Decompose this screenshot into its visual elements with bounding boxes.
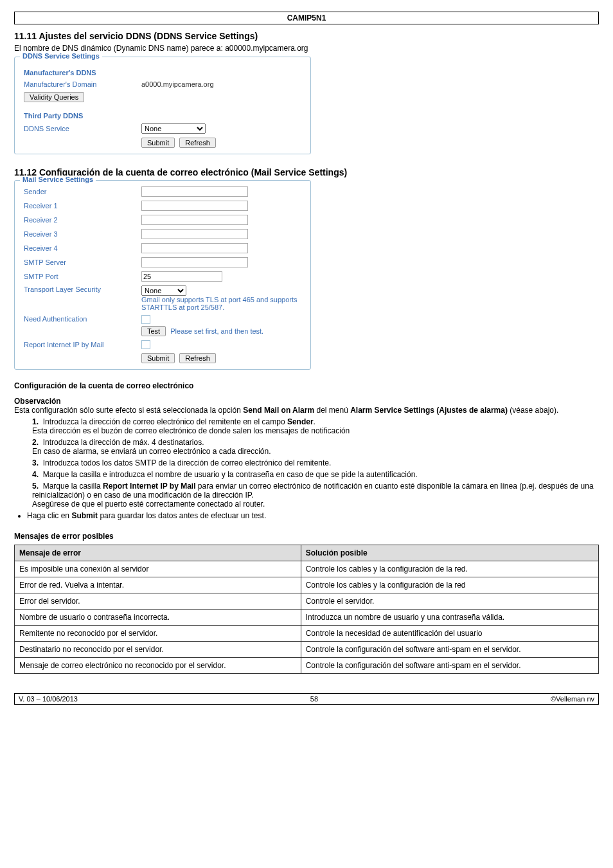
table-row: Destinatario no reconocido por el servid… [15,642,599,658]
tls-label: Transport Layer Security [21,284,139,313]
ddns-service-select[interactable]: None [141,123,206,134]
receiver4-label: Receiver 4 [21,241,139,255]
receiver1-input[interactable] [141,201,248,211]
ddns-service-label: DDNS Service [21,122,139,136]
steps-list: 1. Introduzca la dirección de correo ele… [32,417,599,509]
sender-input[interactable] [141,186,248,197]
error-table: Mensaje de error Solución posible Es imp… [14,545,599,674]
ddns-panel: DDNS Service Settings Manufacturer's DDN… [14,57,311,154]
step-1: 1. Introduzca la dirección de correo ele… [32,417,599,435]
receiver4-input[interactable] [141,243,248,253]
error-messages-heading: Mensajes de error posibles [14,532,599,541]
ddns-submit-button[interactable]: Submit [141,138,175,148]
err-header-2: Solución posible [301,545,598,561]
manufacturer-domain-value: a0000.myipcamera.org [139,78,304,90]
smtp-port-input[interactable] [141,271,222,282]
ddns-refresh-button[interactable]: Refresh [179,138,216,148]
smtp-server-input[interactable] [141,257,248,267]
table-row: Remitente no reconocido por el servidor.… [15,626,599,642]
bullet-list: Haga clic en Submit para guardar los dat… [27,511,599,520]
sender-label: Sender [21,185,139,199]
step-2: 2. Introduzca la dirección de máx. 4 des… [32,438,599,456]
test-note: Please set first, and then test. [170,327,263,335]
third-party-ddns-heading: Third Party DDNS [21,104,304,122]
smtp-server-label: SMTP Server [21,255,139,269]
ddns-panel-title: DDNS Service Settings [20,52,102,60]
bullet-submit: Haga clic en Submit para guardar los dat… [27,511,599,520]
receiver2-label: Receiver 2 [21,213,139,227]
report-ip-checkbox[interactable] [141,340,150,349]
mail-panel-title: Mail Service Settings [20,176,96,183]
observation-paragraph: Esta configuración sólo surte efecto si … [14,406,599,415]
receiver3-label: Receiver 3 [21,227,139,241]
page-header: CAMIP5N1 [14,12,599,24]
step-4: 4. Marque la casilla e introduzca el nom… [32,470,599,479]
test-button[interactable]: Test [141,326,166,336]
manufacturer-ddns-heading: Manufacturer's DDNS [21,61,304,78]
section-heading-1112: 11.12 Configuración de la cuenta de corr… [14,167,599,177]
receiver2-input[interactable] [141,215,248,225]
receiver1-label: Receiver 1 [21,199,139,213]
need-auth-label: Need Authentication [21,313,139,338]
need-auth-checkbox[interactable] [141,315,150,324]
table-row: Error del servidor.Controle el servidor. [15,593,599,610]
section-heading-1111: 11.11 Ajustes del servicio DDNS (DDNS Se… [14,31,599,41]
manufacturer-domain-label: Manufacturer's Domain [21,78,139,90]
step-5: 5. Marque la casilla Report Internet IP … [32,482,599,509]
mail-panel: Mail Service Settings Sender Receiver 1 … [14,180,311,370]
validity-queries-button[interactable]: Validity Queries [24,92,84,102]
footer-page-number: 58 [310,695,318,703]
observation-label: Observación [14,397,599,406]
config-subheading: Configuración de la cuenta de correo ele… [14,381,599,390]
table-row: Nombre de usuario o contraseña incorrect… [15,610,599,626]
receiver3-input[interactable] [141,229,248,239]
report-ip-label: Report Internet IP by Mail [21,338,139,351]
mail-submit-button[interactable]: Submit [141,353,175,363]
tls-select[interactable]: None [141,285,186,296]
page-footer: V. 03 – 10/06/2013 58 ©Velleman nv [14,693,599,705]
err-header-1: Mensaje de error [15,545,301,561]
step-3: 3. Introduzca todos los datos SMTP de la… [32,458,599,467]
footer-version: V. 03 – 10/06/2013 [19,695,78,703]
table-row: Mensaje de correo electrónico no reconoc… [15,658,599,674]
mail-refresh-button[interactable]: Refresh [179,353,216,363]
tls-note: Gmail only supports TLS at port 465 and … [141,296,298,311]
intro-text-1111: El nombre de DNS dinámico (Dynamic DNS n… [14,44,599,53]
table-row: Error de red. Vuelva a intentar.Controle… [15,577,599,593]
footer-copyright: ©Velleman nv [551,695,594,703]
table-row: Es imposible una conexión al servidorCon… [15,561,599,577]
smtp-port-label: SMTP Port [21,269,139,284]
